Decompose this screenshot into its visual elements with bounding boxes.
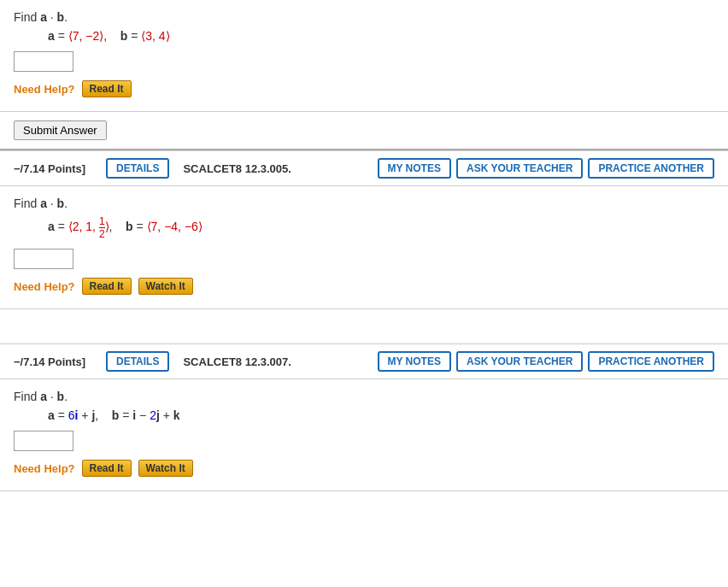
spacer-1 xyxy=(0,309,728,326)
problem-header-1: −/7.14 Points] DETAILS SCALCET8 12.3.005… xyxy=(0,150,728,186)
find-text-0: Find a · b. xyxy=(14,10,714,24)
ask-teacher-button-2[interactable]: ASK YOUR TEACHER xyxy=(456,351,583,372)
problem-section-0: Find a · b. a = ⟨7, −2⟩, b = ⟨3, 4⟩ Need… xyxy=(0,0,728,112)
problem-code-1: SCALCET8 12.3.005. xyxy=(183,162,291,175)
problem-section-2: Find a · b. a = 6i + j, b = i − 2j + k N… xyxy=(0,379,728,491)
submit-button[interactable]: Submit Answer xyxy=(14,120,107,140)
answer-input-1[interactable] xyxy=(14,249,73,269)
need-help-label-1: Need Help? xyxy=(14,280,75,293)
read-it-button-1[interactable]: Read It xyxy=(82,278,132,295)
details-button-1[interactable]: DETAILS xyxy=(106,158,169,179)
watch-it-button-1[interactable]: Watch It xyxy=(138,278,193,295)
spacer-2 xyxy=(0,326,728,343)
answer-input-2[interactable] xyxy=(14,431,73,451)
math-equation-1: a = ⟨2, 1, 12⟩, b = ⟨7, −4, −6⟩ xyxy=(48,215,714,240)
math-equation-2: a = 6i + j, b = i − 2j + k xyxy=(48,408,714,422)
problem-header-2: −/7.14 Points] DETAILS SCALCET8 12.3.007… xyxy=(0,343,728,379)
find-text-2: Find a · b. xyxy=(14,390,714,403)
header-buttons-2: MY NOTES ASK YOUR TEACHER PRACTICE ANOTH… xyxy=(378,351,715,372)
details-button-2[interactable]: DETAILS xyxy=(106,351,169,372)
my-notes-button-2[interactable]: MY NOTES xyxy=(378,351,451,372)
my-notes-button-1[interactable]: MY NOTES xyxy=(378,158,451,179)
read-it-button-0[interactable]: Read It xyxy=(82,80,132,97)
math-equation-0: a = ⟨7, −2⟩, b = ⟨3, 4⟩ xyxy=(48,29,714,43)
points-label-1: −/7.14 Points] xyxy=(14,162,99,175)
header-buttons-1: MY NOTES ASK YOUR TEACHER PRACTICE ANOTH… xyxy=(378,158,715,179)
need-help-label-2: Need Help? xyxy=(14,462,75,475)
find-text-1: Find a · b. xyxy=(14,197,714,210)
points-label-2: −/7.14 Points] xyxy=(14,355,99,368)
answer-input-0[interactable] xyxy=(14,51,73,72)
watch-it-button-2[interactable]: Watch It xyxy=(138,460,193,477)
practice-another-button-1[interactable]: PRACTICE ANOTHER xyxy=(588,158,714,179)
ask-teacher-button-1[interactable]: ASK YOUR TEACHER xyxy=(456,158,583,179)
practice-another-button-2[interactable]: PRACTICE ANOTHER xyxy=(588,351,714,372)
read-it-button-2[interactable]: Read It xyxy=(82,460,132,477)
problem-section-1: Find a · b. a = ⟨2, 1, 12⟩, b = ⟨7, −4, … xyxy=(0,186,728,309)
submit-row: Submit Answer xyxy=(0,112,728,150)
need-help-label-0: Need Help? xyxy=(14,83,75,96)
problem-code-2: SCALCET8 12.3.007. xyxy=(183,355,291,368)
